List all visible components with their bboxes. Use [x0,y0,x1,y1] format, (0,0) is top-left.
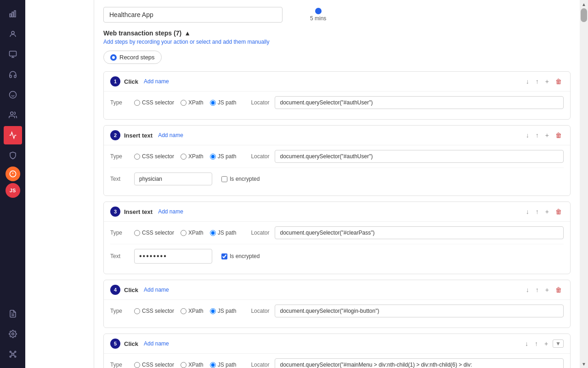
step-2-css-radio[interactable]: CSS selector [134,153,174,160]
step-2-action: Insert text [124,132,153,139]
step-3-jspath-radio[interactable]: JS path [210,230,237,236]
step-4-down-btn[interactable]: ↓ [524,285,531,294]
scrollbar-track[interactable] [580,8,588,360]
step-3-locator-input[interactable] [275,226,564,239]
step-3-radio-group: CSS selector XPath JS path [134,230,236,236]
step-2-delete-btn[interactable]: 🗑 [554,131,564,140]
step-3-down-btn[interactable]: ↓ [524,207,531,216]
step-1-number: 1 [110,76,120,86]
step-3-encrypted-label[interactable]: Is encrypted [221,253,260,259]
svg-point-3 [11,31,14,34]
step-2-text-input[interactable] [134,172,212,185]
scrollbar-thumb[interactable] [581,8,587,22]
step-1-delete-btn[interactable]: 🗑 [554,77,564,86]
step-1-action: Click [124,78,138,85]
analytics-icon[interactable] [4,126,22,144]
step-3-text-input[interactable] [134,249,212,264]
user-icon[interactable] [4,25,22,43]
step-4-number: 4 [110,285,120,295]
svg-rect-4 [9,51,16,56]
js-icon[interactable]: JS [6,183,20,198]
step-5-css-radio[interactable]: CSS selector [134,362,174,368]
step-1-body: Type CSS selector XPath JS path Locator [104,91,570,119]
step-2-up-btn[interactable]: ↑ [534,131,541,140]
step-2-add-name[interactable]: Add name [158,132,183,138]
scroll-down-arrow[interactable]: ▼ [580,360,588,368]
svg-point-21 [14,356,16,357]
step-4-add-name[interactable]: Add name [144,287,169,293]
step-2-encrypted-text: Is encrypted [230,176,260,182]
step-2-jspath-radio[interactable]: JS path [210,153,237,160]
step-4-type-row: Type CSS selector XPath JS path Locator [110,300,564,322]
step-3-delete-btn[interactable]: 🗑 [554,207,564,216]
step-2-encrypted-label[interactable]: Is encrypted [221,176,260,182]
step-2-locator-label: Locator [251,153,269,160]
svg-point-20 [10,356,11,357]
step-5-up-btn[interactable]: ↑ [533,339,540,348]
monitor-icon[interactable] [4,45,22,63]
step-3-encrypted-text: Is encrypted [230,253,260,259]
step-1-header: 1 Click Add name ↓ ↑ + 🗑 [104,72,570,91]
right-scrollbar: ▲ ▼ [580,0,588,368]
step-1-type-label: Type [110,99,129,106]
team-icon[interactable] [4,106,22,124]
step-5-jspath-radio[interactable]: JS path [210,362,237,368]
step-5-xpath-radio[interactable]: XPath [181,362,204,368]
step-3-css-radio[interactable]: CSS selector [134,230,174,236]
record-steps-button[interactable]: Record steps [103,51,162,64]
step-3-xpath-radio[interactable]: XPath [181,230,204,236]
step-1-css-radio[interactable]: CSS selector [134,99,174,106]
step-2-locator-input[interactable] [275,150,564,163]
step-3-up-btn[interactable]: ↑ [534,207,541,216]
step-5-type-row: Type CSS selector XPath JS path Locator [110,354,564,368]
shield-icon[interactable] [4,146,22,165]
step-1-add-name[interactable]: Add name [144,78,169,85]
sidebar-second [25,0,94,368]
step-4-jspath-radio[interactable]: JS path [210,308,237,314]
step-1-up-btn[interactable]: ↑ [534,77,541,86]
step-3-add-btn[interactable]: + [543,207,551,216]
app-name-input[interactable] [103,7,283,23]
step-4-css-radio[interactable]: CSS selector [134,308,174,314]
step-5-add-name[interactable]: Add name [144,340,169,347]
step-4-up-btn[interactable]: ↑ [534,285,541,294]
step-1-jspath-radio[interactable]: JS path [210,99,237,106]
step-1-add-btn[interactable]: + [543,77,551,86]
step-5-actions: ↓ ↑ + ▼ [523,339,564,348]
step-4-add-btn[interactable]: + [543,285,551,294]
bar-chart-icon[interactable] [4,5,22,23]
step-2-down-btn[interactable]: ↓ [524,131,531,140]
step-1-xpath-radio[interactable]: XPath [181,99,204,106]
settings-icon[interactable] [4,325,22,343]
step-4-delete-btn[interactable]: 🗑 [554,285,564,294]
step-5-add-btn[interactable]: + [543,339,550,348]
step-2-encrypted-checkbox[interactable] [221,176,227,182]
step-5-radio-group: CSS selector XPath JS path [134,362,236,368]
step-3-encrypted-checkbox[interactable] [221,253,227,259]
step-4-xpath-radio[interactable]: XPath [181,308,204,314]
step-1-down-btn[interactable]: ↓ [524,77,531,86]
step-3-text-label: Text [110,253,129,259]
time-dot [315,8,322,14]
scroll-up-arrow[interactable]: ▲ [580,0,588,8]
headset-icon[interactable] [4,65,22,84]
step-1-locator-label: Locator [251,99,269,106]
step-2-add-btn[interactable]: + [543,131,551,140]
step-5-down-btn[interactable]: ↓ [523,339,530,348]
record-dot [110,54,117,61]
smiley-icon[interactable] [4,86,22,104]
workflow-icon[interactable] [4,345,22,363]
step-5-locator-input[interactable] [275,358,564,368]
reports-icon[interactable] [4,305,22,323]
svg-point-7 [9,92,16,98]
step-1-locator-input[interactable] [275,96,564,109]
step-5-locator-label: Locator [251,362,269,368]
svg-line-24 [11,355,12,356]
step-3-add-name[interactable]: Add name [158,208,183,215]
chevron-up-icon[interactable]: ▲ [184,29,191,37]
alert-icon[interactable] [6,167,20,181]
step-4-locator-input[interactable] [275,305,564,317]
step-4-locator-label: Locator [251,308,269,314]
step-2-xpath-radio[interactable]: XPath [181,153,204,160]
step-5-expand-btn[interactable]: ▼ [553,339,564,348]
